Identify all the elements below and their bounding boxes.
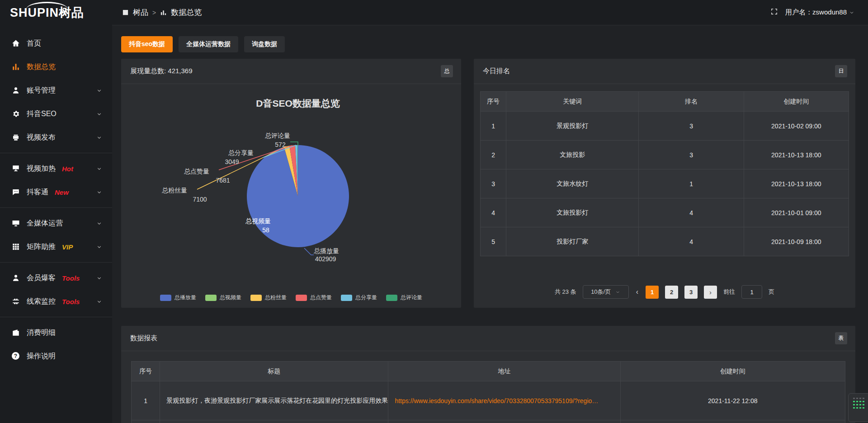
sidebar-item-doukor[interactable]: 抖客通 New: [0, 180, 112, 204]
sidebar-item-label: 账号管理: [27, 86, 56, 95]
chevron-down-icon: [96, 221, 102, 226]
app-logo: SHUPIN树品: [0, 0, 112, 25]
chevron-down-icon: [96, 166, 102, 172]
sidebar-item-label: 抖客通: [27, 188, 48, 197]
impressions-total-label: 展现量总数: 421,369: [130, 67, 193, 75]
sidebar-item-account[interactable]: 账号管理: [0, 79, 112, 102]
sidebar-item-label: 会员爆客: [27, 273, 56, 283]
sidebar-item-data-overview[interactable]: 数据总览: [0, 55, 112, 79]
sidebar-item-member-burst[interactable]: 会员爆客 Tools: [0, 266, 112, 290]
report-table-wrap: 序号 标题 地址 创建时间 1 景观投影灯，夜游景观投影灯厂家展示展示落花灯在花…: [131, 361, 845, 423]
col-no: 序号: [481, 92, 506, 112]
total-count-label: 共 23 条: [555, 288, 576, 296]
rank-table-wrap: 序号 关键词 排名 创建时间 1景观投影灯32021-10-02 09:00 2…: [480, 91, 849, 256]
topbar: 树品 > 数据总览 用户名：zswodun88: [112, 0, 868, 25]
table-row: 3文旅水纹灯12021-10-13 18:00: [481, 169, 849, 198]
sidebar-item-label: 矩阵助推: [27, 242, 56, 252]
pie-label: 7681: [216, 177, 230, 184]
chevron-down-icon: [615, 290, 620, 295]
sidebar-divider: [0, 153, 112, 153]
sidebar-item-instructions[interactable]: ? 操作说明: [0, 344, 112, 368]
new-badge: New: [55, 188, 69, 196]
sidebar-item-label: 全媒体运营: [27, 219, 63, 228]
pie-label: 总分享量: [228, 149, 254, 156]
page-button-2[interactable]: 2: [665, 286, 678, 299]
publish-icon: [12, 133, 20, 141]
page-button-1[interactable]: 1: [646, 286, 659, 299]
rank-panel-header: 今日排名 日: [474, 59, 855, 84]
user-menu[interactable]: 用户名：zswodun88: [785, 8, 854, 17]
floating-widget[interactable]: [848, 393, 868, 422]
sidebar-item-home[interactable]: 首页: [0, 32, 112, 55]
goto-page-input[interactable]: [741, 285, 762, 299]
chart-title: D音SEO数据量总览: [256, 98, 340, 108]
username-label: 用户名：zswodun88: [785, 8, 847, 17]
sidebar-divider: [0, 207, 112, 208]
breadcrumb-root[interactable]: 树品: [133, 7, 148, 18]
dashboard-grid: 展现量总数: 421,369 总 总播放量402909总视频量58总粉丝量710…: [121, 59, 855, 308]
fullscreen-icon[interactable]: [770, 8, 778, 17]
prev-page-button[interactable]: ‹: [635, 288, 639, 296]
page-size-select[interactable]: 10条/页: [583, 285, 629, 299]
widget-line: [853, 401, 865, 402]
widget-line: [853, 404, 865, 405]
pie-label: 572: [275, 141, 286, 148]
sidebar-item-matrix-boost[interactable]: 矩阵助推 VIP: [0, 235, 112, 258]
table-badge[interactable]: 表: [835, 332, 847, 344]
table-row: 1景观投影灯32021-10-02 09:00: [481, 112, 849, 141]
tab-inquiry-data[interactable]: 询盘数据: [244, 36, 285, 52]
legend-swatch: [386, 295, 397, 301]
chevron-down-icon: [96, 189, 102, 195]
logo-arc: [26, 2, 68, 9]
sidebar-item-video-publish[interactable]: 视频发布: [0, 126, 112, 149]
pagination: 共 23 条 10条/页 ‹ 1 2 3 › 前往 页: [474, 277, 855, 308]
sidebar-item-douyin-seo[interactable]: 抖音SEO: [0, 102, 112, 126]
sidebar-item-lead-monitor[interactable]: 线索监控 Tools: [0, 290, 112, 313]
sidebar-item-label: 数据总览: [27, 62, 56, 72]
legend-item[interactable]: 总粉丝量: [250, 294, 287, 301]
page-button-3[interactable]: 3: [684, 286, 698, 299]
wallet-icon: [12, 329, 20, 337]
next-page-button[interactable]: ›: [704, 286, 717, 299]
bar-chart-icon: [160, 9, 167, 16]
home-icon: [12, 39, 20, 47]
chevron-down-icon: [96, 299, 102, 305]
today-rank-panel: 今日排名 日 序号 关键词 排名 创建时间: [474, 59, 855, 308]
sidebar-item-media-ops[interactable]: 全媒体运营: [0, 212, 112, 235]
pie-chart-area: 总播放量402909总视频量58总粉丝量7100总点赞量7681总分享量3049…: [121, 84, 461, 308]
legend-swatch: [205, 295, 217, 301]
tab-media-ops-data[interactable]: 全媒体运营数据: [179, 36, 238, 52]
sidebar-item-label: 线索监控: [27, 297, 56, 306]
report-table-header-row: 序号 标题 地址 创建时间: [132, 362, 845, 381]
report-panel-header: 数据报表 表: [121, 326, 855, 351]
report-panel-title: 数据报表: [130, 334, 157, 343]
widget-line: [853, 398, 865, 399]
user-icon: [12, 86, 20, 94]
day-badge[interactable]: 日: [835, 65, 847, 77]
total-badge[interactable]: 总: [441, 65, 453, 77]
sidebar-item-video-heat[interactable]: 视频加热 Hot: [0, 157, 112, 180]
legend-swatch: [160, 295, 171, 301]
sidebar-item-label: 视频加热: [27, 164, 56, 174]
app-window: SHUPIN树品 首页 数据总览 账号管理 抖音SEO: [0, 0, 868, 423]
video-url-link[interactable]: https://www.iesdouyin.com/share/video/70…: [388, 381, 620, 420]
seo-data-pie-chart: 总播放量402909总视频量58总粉丝量7100总点赞量7681总分享量3049…: [121, 84, 461, 290]
legend-item[interactable]: 总点赞量: [296, 294, 332, 301]
topbar-right: 用户名：zswodun88: [770, 8, 854, 17]
sidebar-divider: [0, 317, 112, 317]
legend-item[interactable]: 总分享量: [341, 294, 377, 301]
monitor-icon: [12, 219, 20, 227]
chart-legend: 总播放量 总视频量 总粉丝量 总点赞量 总分享量 总评论量: [121, 294, 461, 301]
data-source-tabs: 抖音seo数据 全媒体运营数据 询盘数据: [121, 36, 855, 52]
legend-item[interactable]: 总播放量: [160, 294, 196, 301]
vip-badge: VIP: [62, 243, 73, 251]
gear-icon: [12, 110, 20, 118]
content: 抖音seo数据 全媒体运营数据 询盘数据 展现量总数: 421,369 总 总播…: [112, 25, 868, 423]
video-title-cell: 景观投影灯，夜游景观投影灯厂家展示展示落花灯在花园里的灯光投影应用效果 #: [160, 381, 388, 420]
legend-item[interactable]: 总视频量: [205, 294, 241, 301]
tab-douyin-seo-data[interactable]: 抖音seo数据: [121, 36, 173, 52]
col-no: 序号: [132, 362, 160, 381]
legend-item[interactable]: 总评论量: [386, 294, 422, 301]
table-row: [132, 420, 845, 423]
sidebar-item-consumption[interactable]: 消费明细: [0, 321, 112, 344]
